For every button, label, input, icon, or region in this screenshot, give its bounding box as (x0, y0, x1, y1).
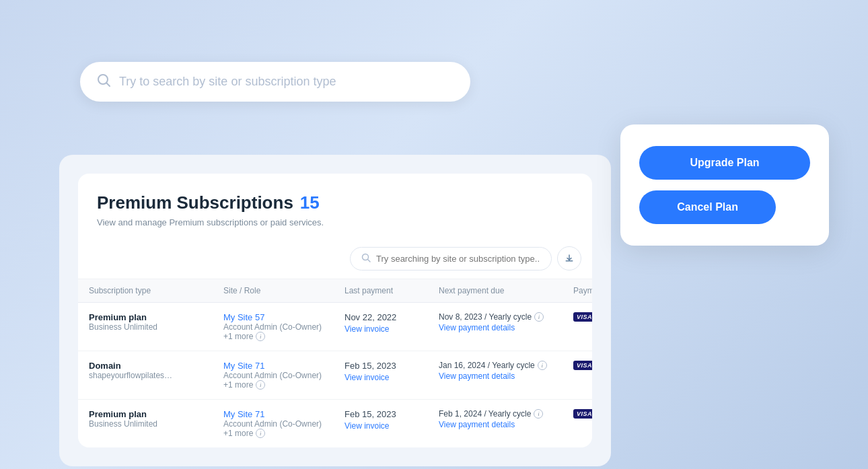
last-payment-date-2: Feb 15, 2023 (345, 361, 439, 371)
site-role-cell-1: My Site 57 Account Admin (Co-Owner) +1 m… (223, 312, 345, 341)
view-payment-2[interactable]: View payment details (439, 371, 573, 381)
site-role-cell-3: My Site 71 Account Admin (Co-Owner) +1 m… (223, 409, 345, 438)
svg-line-3 (368, 259, 371, 262)
view-payment-1[interactable]: View payment details (439, 323, 573, 332)
site-name-2[interactable]: My Site 71 (223, 361, 345, 371)
visa-badge-2: VISA (573, 361, 592, 370)
sub-detail-2: shapeyourflowpilates… (89, 371, 223, 380)
subscription-type-cell-1: Premium plan Business Unlimited (89, 312, 223, 332)
upgrade-plan-button[interactable]: Upgrade Plan (639, 146, 810, 180)
next-info-icon-2: i (538, 361, 547, 370)
header-site-role: Site / Role (223, 286, 345, 295)
table-row: Premium plan Business Unlimited My Site … (78, 400, 592, 447)
view-invoice-2[interactable]: View invoice (345, 373, 389, 382)
site-more-2: +1 more i (223, 380, 345, 390)
site-more-1: +1 more i (223, 332, 345, 341)
header-subscription-type: Subscription type (89, 286, 223, 295)
view-invoice-3[interactable]: View invoice (345, 421, 389, 431)
main-search-bar[interactable]: Try to search by site or subscription ty… (80, 62, 470, 102)
view-payment-3[interactable]: View payment details (439, 420, 573, 429)
site-more-3: +1 more i (223, 429, 345, 438)
card-subtitle: View and manage Premium subscriptions or… (97, 217, 573, 227)
table-row: Premium plan Business Unlimited My Site … (78, 303, 592, 351)
header-next-payment: Next payment due (439, 286, 573, 295)
card-count: 15 (300, 192, 320, 213)
search-placeholder: Try to search by site or subscription ty… (119, 75, 336, 89)
info-icon-3: i (256, 429, 265, 438)
site-role-3: Account Admin (Co-Owner) (223, 419, 345, 429)
sub-name-3: Premium plan (89, 409, 223, 419)
site-role-2: Account Admin (Co-Owner) (223, 371, 345, 380)
payment-method-cell-2: VISA ••••2915 (573, 361, 592, 370)
table-search-wrap[interactable] (350, 247, 552, 270)
table-row: Domain shapeyourflowpilates… My Site 71 … (78, 351, 592, 400)
table-search-icon (361, 253, 371, 264)
next-info-icon-3: i (534, 409, 543, 419)
svg-line-1 (107, 83, 110, 87)
sub-name-2: Domain (89, 361, 223, 371)
payment-method-cell-3: VISA ••••2915 (573, 409, 592, 419)
last-payment-cell-1: Nov 22, 2022 View invoice (345, 312, 439, 334)
last-payment-cell-3: Feb 15, 2023 View invoice (345, 409, 439, 431)
next-payment-cell-3: Feb 1, 2024 / Yearly cycle i View paymen… (439, 409, 573, 429)
card-header: Premium Subscriptions 15 View and manage… (78, 174, 592, 238)
next-payment-cell-2: Jan 16, 2024 / Yearly cycle i View payme… (439, 361, 573, 381)
search-bar-container: Try to search by site or subscription ty… (80, 62, 470, 102)
main-card: Premium Subscriptions 15 View and manage… (59, 155, 611, 466)
last-payment-date-3: Feb 15, 2023 (345, 409, 439, 419)
sub-detail-3: Business Unlimited (89, 419, 223, 429)
visa-badge-1: VISA (573, 312, 592, 322)
next-payment-date-1: Nov 8, 2023 / Yearly cycle i (439, 312, 573, 322)
card-title-row: Premium Subscriptions 15 (97, 192, 573, 213)
download-button[interactable] (557, 246, 581, 270)
next-payment-date-3: Feb 1, 2024 / Yearly cycle i (439, 409, 573, 419)
info-icon-2: i (256, 380, 265, 390)
last-payment-cell-2: Feb 15, 2023 View invoice (345, 361, 439, 383)
info-icon-1: i (256, 332, 265, 341)
card-title: Premium Subscriptions (97, 192, 293, 213)
view-invoice-1[interactable]: View invoice (345, 324, 389, 334)
payment-method-cell-1: VISA ••••2915 (573, 312, 592, 322)
main-card-inner: Premium Subscriptions 15 View and manage… (78, 174, 592, 447)
site-name-3[interactable]: My Site 71 (223, 409, 345, 419)
site-role-cell-2: My Site 71 Account Admin (Co-Owner) +1 m… (223, 361, 345, 390)
next-payment-cell-1: Nov 8, 2023 / Yearly cycle i View paymen… (439, 312, 573, 332)
header-last-payment: Last payment (345, 286, 439, 295)
action-card: Upgrade Plan Cancel Plan (620, 124, 829, 246)
search-icon (96, 73, 111, 91)
subscription-type-cell-3: Premium plan Business Unlimited (89, 409, 223, 429)
next-info-icon-1: i (534, 312, 544, 322)
subscription-type-cell-2: Domain shapeyourflowpilates… (89, 361, 223, 380)
next-payment-date-2: Jan 16, 2024 / Yearly cycle i (439, 361, 573, 370)
last-payment-date-1: Nov 22, 2022 (345, 312, 439, 322)
svg-rect-4 (566, 260, 573, 262)
table: Subscription type Site / Role Last payme… (78, 279, 592, 447)
table-header-row: Subscription type Site / Role Last payme… (78, 279, 592, 303)
table-search-input[interactable] (376, 254, 540, 264)
cancel-plan-button[interactable]: Cancel Plan (639, 190, 776, 224)
table-search-row (78, 238, 592, 279)
site-name-1[interactable]: My Site 57 (223, 312, 345, 322)
sub-name-1: Premium plan (89, 312, 223, 322)
visa-badge-3: VISA (573, 409, 592, 419)
sub-detail-1: Business Unlimited (89, 322, 223, 332)
site-role-1: Account Admin (Co-Owner) (223, 322, 345, 332)
header-payment-method: Payment method (573, 286, 592, 295)
